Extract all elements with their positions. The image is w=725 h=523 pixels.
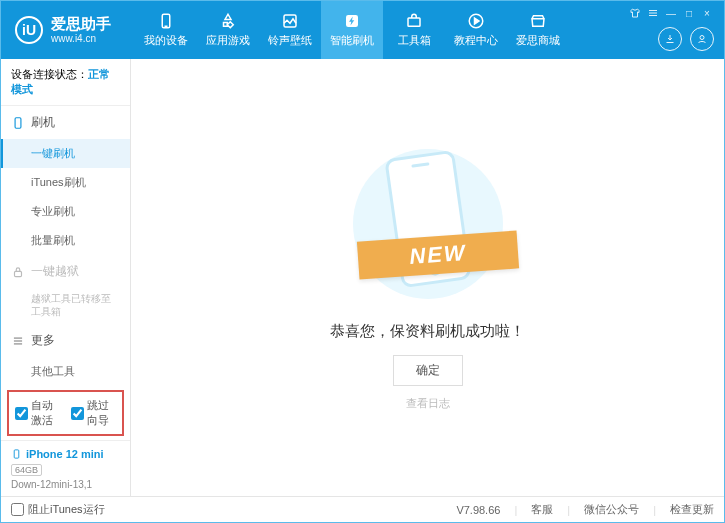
header: iU 爱思助手 www.i4.cn 我的设备 应用游戏 铃声壁纸 智能刷机: [1, 1, 724, 59]
apps-icon: [219, 12, 237, 30]
nav-device[interactable]: 我的设备: [135, 1, 197, 59]
store-icon: [529, 12, 547, 30]
device-icon: [157, 12, 175, 30]
success-illustration: NEW: [348, 144, 508, 304]
sidebar-item-itunes[interactable]: iTunes刷机: [1, 168, 130, 197]
list-icon: [11, 334, 25, 348]
skin-button[interactable]: [628, 7, 642, 19]
flash-icon: [343, 12, 361, 30]
device-info[interactable]: iPhone 12 mini 64GB Down-12mini-13,1: [1, 440, 130, 496]
view-log-link[interactable]: 查看日志: [406, 396, 450, 411]
toolbox-icon: [405, 12, 423, 30]
account-button[interactable]: [690, 27, 714, 51]
maximize-button[interactable]: □: [682, 7, 696, 19]
download-button[interactable]: [658, 27, 682, 51]
nav-label: 智能刷机: [330, 33, 374, 48]
version-label: V7.98.66: [456, 504, 500, 516]
phone-icon: [11, 116, 25, 130]
logo-icon: iU: [15, 16, 43, 44]
jailbreak-note: 越狱工具已转移至工具箱: [1, 288, 130, 324]
header-right: — □ ×: [628, 7, 714, 51]
ok-button[interactable]: 确定: [393, 355, 463, 386]
nav-label: 教程中心: [454, 33, 498, 48]
tutorial-icon: [467, 12, 485, 30]
device-capacity: 64GB: [11, 464, 42, 476]
sidebar-item-oneclick[interactable]: 一键刷机: [1, 139, 130, 168]
nav-label: 爱思商城: [516, 33, 560, 48]
section-label: 一键越狱: [31, 263, 79, 280]
svg-rect-4: [408, 18, 420, 26]
svg-rect-16: [14, 450, 19, 458]
nav-label: 应用游戏: [206, 33, 250, 48]
options-highlight: 自动激活 跳过向导: [7, 390, 124, 436]
nav-toolbox[interactable]: 工具箱: [383, 1, 445, 59]
nav-media[interactable]: 铃声壁纸: [259, 1, 321, 59]
menu-button[interactable]: [646, 7, 660, 19]
nav-store[interactable]: 爱思商城: [507, 1, 569, 59]
svg-rect-12: [15, 271, 22, 276]
minimize-button[interactable]: —: [664, 7, 678, 19]
nav-flash[interactable]: 智能刷机: [321, 1, 383, 59]
main-content: NEW 恭喜您，保资料刷机成功啦！ 确定 查看日志: [131, 59, 724, 496]
nav-apps[interactable]: 应用游戏: [197, 1, 259, 59]
sidebar-item-batch[interactable]: 批量刷机: [1, 226, 130, 255]
section-jailbreak: 一键越狱: [1, 255, 130, 288]
sidebar-item-other[interactable]: 其他工具: [1, 357, 130, 386]
section-label: 更多: [31, 332, 55, 349]
wechat-link[interactable]: 微信公众号: [584, 502, 639, 517]
app-window: iU 爱思助手 www.i4.cn 我的设备 应用游戏 铃声壁纸 智能刷机: [0, 0, 725, 523]
skip-guide-checkbox[interactable]: 跳过向导: [71, 398, 117, 428]
svg-marker-6: [475, 18, 480, 24]
block-itunes-checkbox[interactable]: 阻止iTunes运行: [11, 502, 105, 517]
nav-label: 我的设备: [144, 33, 188, 48]
nav-tutorial[interactable]: 教程中心: [445, 1, 507, 59]
svg-point-10: [700, 36, 704, 40]
service-link[interactable]: 客服: [531, 502, 553, 517]
success-message: 恭喜您，保资料刷机成功啦！: [330, 322, 525, 341]
device-firmware: Down-12mini-13,1: [11, 479, 120, 490]
connection-status: 设备连接状态：正常模式: [1, 59, 130, 106]
update-link[interactable]: 检查更新: [670, 502, 714, 517]
body: 设备连接状态：正常模式 刷机 一键刷机 iTunes刷机 专业刷机 批量刷机 一…: [1, 59, 724, 496]
sidebar: 设备连接状态：正常模式 刷机 一键刷机 iTunes刷机 专业刷机 批量刷机 一…: [1, 59, 131, 496]
nav-label: 铃声壁纸: [268, 33, 312, 48]
lock-icon: [11, 265, 25, 279]
logo: iU 爱思助手 www.i4.cn: [1, 15, 125, 45]
section-flash[interactable]: 刷机: [1, 106, 130, 139]
phone-icon: [11, 447, 22, 461]
checkbox-label: 阻止iTunes运行: [28, 502, 105, 517]
section-label: 刷机: [31, 114, 55, 131]
media-icon: [281, 12, 299, 30]
auto-activate-checkbox[interactable]: 自动激活: [15, 398, 61, 428]
footer: 阻止iTunes运行 V7.98.66 | 客服 | 微信公众号 | 检查更新: [1, 496, 724, 522]
checkbox-label: 跳过向导: [87, 398, 117, 428]
app-subtitle: www.i4.cn: [51, 33, 111, 45]
device-name: iPhone 12 mini: [11, 447, 120, 461]
app-title: 爱思助手: [51, 15, 111, 33]
svg-rect-11: [15, 117, 21, 128]
checkbox-label: 自动激活: [31, 398, 61, 428]
conn-label: 设备连接状态：: [11, 68, 88, 80]
top-nav: 我的设备 应用游戏 铃声壁纸 智能刷机 工具箱 教程中心: [135, 1, 569, 59]
section-more[interactable]: 更多: [1, 324, 130, 357]
sidebar-item-pro[interactable]: 专业刷机: [1, 197, 130, 226]
close-button[interactable]: ×: [700, 7, 714, 19]
nav-label: 工具箱: [398, 33, 431, 48]
